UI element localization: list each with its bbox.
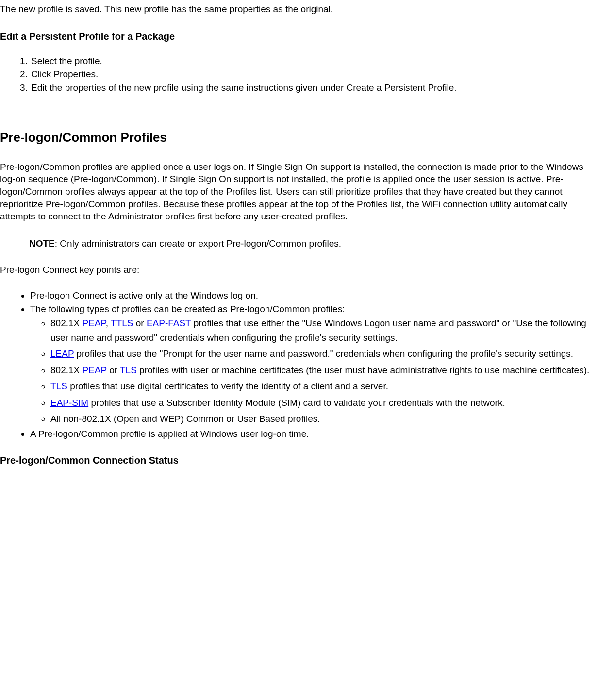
note-text: : Only administrators can create or expo… (55, 238, 341, 249)
keypoint-2-text: The following types of profiles can be c… (30, 304, 345, 314)
link-peap-2[interactable]: PEAP (83, 365, 107, 375)
edit-step-2: Click Properties. (30, 68, 592, 81)
edit-step-3: Edit the properties of the new profile u… (30, 82, 592, 94)
keypoint-2: The following types of profiles can be c… (30, 303, 592, 426)
intro-paragraph: The new profile is saved. This new profi… (0, 3, 592, 16)
link-tls[interactable]: TLS (120, 365, 137, 375)
note-block: NOTE: Only administrators can create or … (29, 237, 592, 250)
link-ttls[interactable]: TTLS (111, 318, 133, 328)
link-eap-sim[interactable]: EAP-SIM (50, 398, 88, 408)
profile-types-list: 802.1X PEAP, TTLS or EAP-FAST profiles t… (30, 316, 592, 426)
edit-steps-list: Select the profile. Click Properties. Ed… (0, 55, 592, 94)
section-divider (0, 111, 592, 112)
profile-type-5: EAP-SIM profiles that use a Subscriber I… (50, 396, 592, 410)
profile-type-1: 802.1X PEAP, TTLS or EAP-FAST profiles t… (50, 316, 592, 345)
keypoint-1: Pre-logon Connect is active only at the … (30, 289, 592, 302)
link-tls-2[interactable]: TLS (50, 381, 67, 391)
link-eap-fast[interactable]: EAP-FAST (147, 318, 191, 328)
profile-type-2: LEAP profiles that use the "Prompt for t… (50, 347, 592, 361)
keypoints-list: Pre-logon Connect is active only at the … (0, 289, 592, 440)
heading-prelogon-profiles: Pre-logon/Common Profiles (0, 129, 592, 146)
link-peap[interactable]: PEAP (83, 318, 106, 328)
profile-type-6: All non-802.1X (Open and WEP) Common or … (50, 412, 592, 426)
profile-type-4: TLS profiles that use digital certificat… (50, 379, 592, 393)
keypoint-3: A Pre-logon/Common profile is applied at… (30, 428, 592, 440)
link-leap[interactable]: LEAP (50, 349, 74, 359)
keypoints-intro: Pre-logon Connect key points are: (0, 264, 592, 276)
profile-type-3: 802.1X PEAP or TLS profiles with user or… (50, 363, 592, 377)
heading-edit-profile: Edit a Persistent Profile for a Package (0, 30, 592, 43)
heading-connection-status: Pre-logon/Common Connection Status (0, 454, 592, 467)
prelogon-description: Pre-logon/Common profiles are applied on… (0, 161, 592, 223)
edit-step-1: Select the profile. (30, 55, 592, 67)
note-label: NOTE (29, 238, 55, 249)
